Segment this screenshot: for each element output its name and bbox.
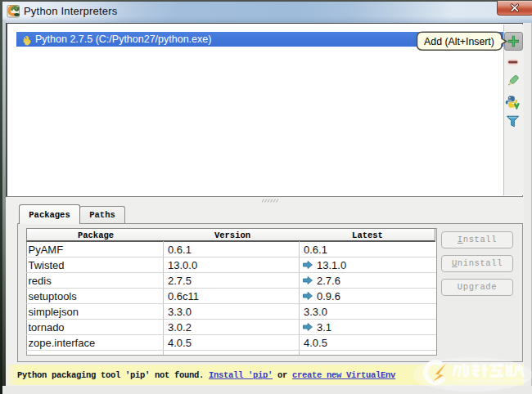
- svg-text:Add (Alt+Insert): Add (Alt+Insert): [424, 36, 494, 47]
- svg-text:CHUANGXIN HULIAN WLW.COM: CHUANGXIN HULIAN WLW.COM: [458, 378, 527, 383]
